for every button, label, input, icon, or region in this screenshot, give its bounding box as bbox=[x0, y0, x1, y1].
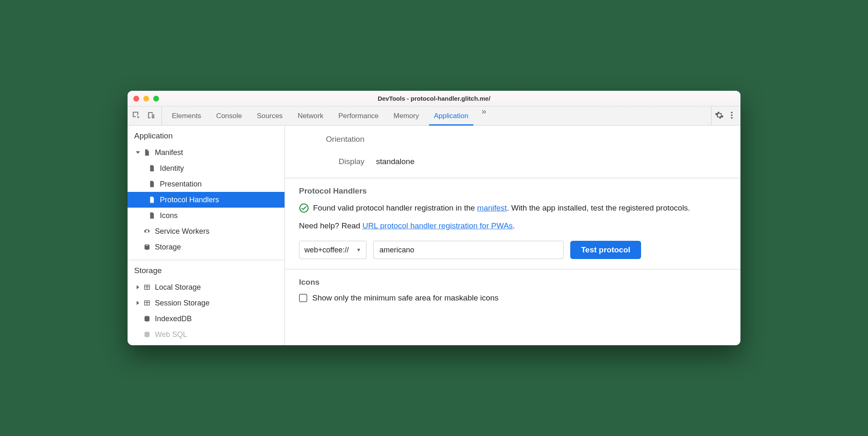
select-value: web+coffee:// bbox=[304, 246, 349, 254]
sidebar-section-application: Application bbox=[128, 126, 285, 145]
gear-icon bbox=[143, 228, 152, 235]
chevron-down-icon bbox=[136, 150, 141, 155]
test-protocol-form: web+coffee:// ▼ Test protocol bbox=[299, 241, 726, 259]
more-menu-icon[interactable] bbox=[731, 111, 733, 121]
sidebar-item-icons[interactable]: Icons bbox=[128, 208, 285, 223]
file-icon bbox=[148, 196, 157, 203]
tab-elements[interactable]: Elements bbox=[164, 107, 209, 125]
tab-memory[interactable]: Memory bbox=[386, 107, 426, 125]
sidebar-item-presentation[interactable]: Presentation bbox=[128, 176, 285, 192]
tab-sources[interactable]: Sources bbox=[249, 107, 290, 125]
maskable-checkbox[interactable] bbox=[299, 294, 307, 302]
sidebar-item-indexeddb[interactable]: IndexedDB bbox=[128, 311, 285, 327]
tab-network[interactable]: Network bbox=[290, 107, 331, 125]
kv-row-display: Display standalone bbox=[285, 147, 740, 170]
file-icon bbox=[148, 180, 157, 188]
status-line: Found valid protocol handler registratio… bbox=[299, 202, 726, 214]
sidebar-item-label: Manifest bbox=[155, 148, 183, 157]
sidebar-group-application: Application Manifest Identity Presentati… bbox=[128, 126, 285, 260]
sidebar-item-local-storage[interactable]: Local Storage bbox=[128, 279, 285, 295]
chevron-down-icon: ▼ bbox=[356, 247, 361, 253]
tab-performance[interactable]: Performance bbox=[331, 107, 386, 125]
help-link[interactable]: URL protocol handler registration for PW… bbox=[362, 221, 513, 230]
database-icon bbox=[143, 331, 152, 338]
sidebar-item-label: Web SQL bbox=[155, 330, 187, 339]
maximize-window-icon[interactable] bbox=[153, 96, 159, 102]
tab-console[interactable]: Console bbox=[209, 107, 249, 125]
inspect-element-icon[interactable] bbox=[132, 111, 141, 121]
protocol-handlers-panel: Protocol Handlers Found valid protocol h… bbox=[285, 178, 740, 269]
test-protocol-button[interactable]: Test protocol bbox=[570, 241, 641, 259]
settings-icon[interactable] bbox=[715, 111, 724, 121]
svg-point-0 bbox=[731, 111, 733, 113]
check-circle-icon bbox=[299, 203, 309, 213]
panel-title: Icons bbox=[299, 278, 726, 287]
chevron-right-icon bbox=[136, 301, 141, 305]
sidebar-item-label: Local Storage bbox=[155, 283, 201, 292]
sidebar-item-label: Identity bbox=[160, 164, 184, 173]
titlebar: DevTools - protocol-handler.glitch.me/ bbox=[128, 91, 740, 107]
sidebar: Application Manifest Identity Presentati… bbox=[128, 126, 285, 345]
manifest-link[interactable]: manifest bbox=[477, 203, 507, 212]
window-title: DevTools - protocol-handler.glitch.me/ bbox=[128, 95, 740, 102]
more-tabs-icon[interactable]: » bbox=[476, 107, 492, 125]
table-icon bbox=[143, 283, 152, 291]
sidebar-item-identity[interactable]: Identity bbox=[128, 160, 285, 176]
sidebar-item-websql[interactable]: Web SQL bbox=[128, 327, 285, 342]
traffic-lights bbox=[133, 96, 159, 102]
devtools-window: DevTools - protocol-handler.glitch.me/ E… bbox=[128, 91, 740, 345]
svg-point-2 bbox=[731, 117, 733, 119]
sidebar-group-storage: Storage Local Storage Session Storage In… bbox=[128, 260, 285, 345]
kv-value: standalone bbox=[376, 157, 415, 166]
toolbar-right bbox=[711, 107, 736, 125]
sidebar-section-storage: Storage bbox=[128, 260, 285, 279]
kv-row-orientation: Orientation bbox=[285, 131, 740, 147]
device-toolbar-icon[interactable] bbox=[147, 111, 156, 121]
kv-key: Orientation bbox=[285, 135, 376, 144]
file-icon bbox=[148, 165, 157, 172]
sidebar-item-service-workers[interactable]: Service Workers bbox=[128, 223, 285, 239]
tab-application[interactable]: Application bbox=[427, 107, 476, 125]
checkbox-label: Show only the minimum safe area for mask… bbox=[312, 293, 499, 303]
panel-title: Protocol Handlers bbox=[299, 187, 726, 196]
minimize-window-icon[interactable] bbox=[143, 96, 149, 102]
help-line: Need help? Read URL protocol handler reg… bbox=[299, 220, 726, 232]
kv-key: Display bbox=[285, 157, 376, 166]
toolbar: Elements Console Sources Network Perform… bbox=[128, 107, 740, 126]
svg-point-1 bbox=[731, 114, 733, 116]
sidebar-item-storage[interactable]: Storage bbox=[128, 239, 285, 255]
toolbar-tabs: Elements Console Sources Network Perform… bbox=[164, 107, 708, 125]
sidebar-item-label: Icons bbox=[160, 211, 178, 220]
database-icon bbox=[143, 243, 152, 251]
close-window-icon[interactable] bbox=[133, 96, 139, 102]
protocol-select[interactable]: web+coffee:// ▼ bbox=[299, 241, 366, 259]
sidebar-item-protocol-handlers[interactable]: Protocol Handlers bbox=[128, 192, 285, 208]
sidebar-item-manifest[interactable]: Manifest bbox=[128, 145, 285, 160]
file-icon bbox=[143, 149, 152, 156]
sidebar-item-label: Storage bbox=[155, 243, 181, 252]
main-panel: Orientation Display standalone Protocol … bbox=[285, 126, 740, 345]
icons-panel: Icons Show only the minimum safe area fo… bbox=[285, 269, 740, 312]
database-icon bbox=[143, 315, 152, 322]
sidebar-item-label: IndexedDB bbox=[155, 315, 192, 323]
sidebar-item-session-storage[interactable]: Session Storage bbox=[128, 295, 285, 311]
maskable-check-row: Show only the minimum safe area for mask… bbox=[299, 293, 726, 303]
file-icon bbox=[148, 212, 157, 219]
table-icon bbox=[143, 299, 152, 307]
sidebar-item-label: Service Workers bbox=[155, 227, 210, 236]
sidebar-item-label: Session Storage bbox=[155, 299, 210, 308]
content-area: Application Manifest Identity Presentati… bbox=[128, 126, 740, 345]
toolbar-left-icons bbox=[132, 107, 162, 125]
sidebar-item-label: Protocol Handlers bbox=[160, 196, 219, 204]
sidebar-item-label: Presentation bbox=[160, 180, 202, 189]
chevron-right-icon bbox=[136, 285, 141, 289]
protocol-path-input[interactable] bbox=[373, 241, 564, 259]
status-text: Found valid protocol handler registratio… bbox=[313, 202, 690, 214]
